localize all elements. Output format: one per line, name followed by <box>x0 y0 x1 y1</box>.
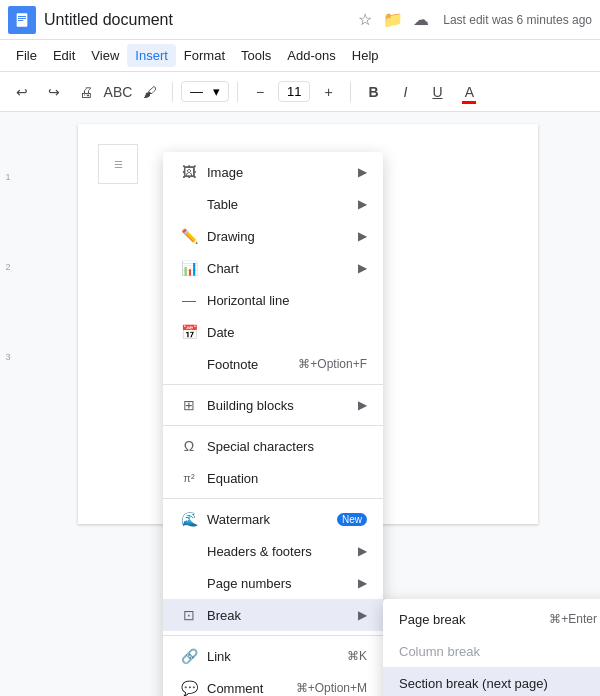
folder-icon[interactable]: 📁 <box>383 10 403 30</box>
undo-button[interactable]: ↩ <box>8 78 36 106</box>
building-blocks-arrow: ▶ <box>358 398 367 412</box>
page-numbers-label: Page numbers <box>207 576 354 591</box>
chart-label: Chart <box>207 261 354 276</box>
menu-help[interactable]: Help <box>344 44 387 67</box>
menu-item-chart[interactable]: 📊 Chart ▶ <box>163 252 383 284</box>
dropdown-overlay: 🖼 Image ▶ Table ▶ ✏️ Drawing ▶ 📊 Chart ▶… <box>0 112 600 696</box>
menu-item-link[interactable]: 🔗 Link ⌘K <box>163 640 383 672</box>
footnote-label: Footnote <box>207 357 290 372</box>
horizontal-line-icon: — <box>179 290 199 310</box>
building-blocks-icon: ⊞ <box>179 395 199 415</box>
submenu-section-break-next[interactable]: Section break (next page) ↖ <box>383 667 600 696</box>
font-size-decrease[interactable]: − <box>246 78 274 106</box>
menu-item-building-blocks[interactable]: ⊞ Building blocks ▶ <box>163 389 383 421</box>
spellcheck-button[interactable]: ABC <box>104 78 132 106</box>
toolbar: ↩ ↪ 🖨 ABC 🖌 — ▾ − 11 + B I U A <box>0 72 600 112</box>
page-numbers-icon <box>179 573 199 593</box>
menu-item-watermark[interactable]: 🌊 Watermark New <box>163 503 383 535</box>
font-selector[interactable]: — ▾ <box>181 81 229 102</box>
paint-format-button[interactable]: 🖌 <box>136 78 164 106</box>
menu-item-horizontal-line[interactable]: — Horizontal line <box>163 284 383 316</box>
svg-rect-1 <box>18 16 26 17</box>
menu-item-page-numbers[interactable]: Page numbers ▶ <box>163 567 383 599</box>
menu-item-headers-footers[interactable]: Headers & footers ▶ <box>163 535 383 567</box>
page-break-label: Page break <box>399 612 541 627</box>
table-arrow: ▶ <box>358 197 367 211</box>
redo-button[interactable]: ↪ <box>40 78 68 106</box>
font-name: — <box>186 84 207 99</box>
menu-item-special-characters[interactable]: Ω Special characters <box>163 430 383 462</box>
comment-label: Comment <box>207 681 288 696</box>
title-icons: ☆ 📁 ☁ <box>355 10 431 30</box>
headers-footers-label: Headers & footers <box>207 544 354 559</box>
break-submenu: Page break ⌘+Enter Column break Section … <box>383 599 600 696</box>
menu-item-footnote[interactable]: Footnote ⌘+Option+F <box>163 348 383 380</box>
menu-format[interactable]: Format <box>176 44 233 67</box>
special-chars-icon: Ω <box>179 436 199 456</box>
font-dropdown-arrow[interactable]: ▾ <box>209 84 224 99</box>
svg-rect-2 <box>18 18 26 19</box>
menu-item-image[interactable]: 🖼 Image ▶ <box>163 156 383 188</box>
chart-icon: 📊 <box>179 258 199 278</box>
divider-4 <box>163 635 383 636</box>
comment-shortcut: ⌘+Option+M <box>296 681 367 695</box>
print-button[interactable]: 🖨 <box>72 78 100 106</box>
break-arrow: ▶ <box>358 608 367 622</box>
equation-label: Equation <box>207 471 367 486</box>
comment-icon: 💬 <box>179 678 199 696</box>
drawing-arrow: ▶ <box>358 229 367 243</box>
menu-item-break[interactable]: ⊡ Break ▶ Page break ⌘+Enter Column brea… <box>163 599 383 631</box>
date-icon: 📅 <box>179 322 199 342</box>
document-title: Untitled document <box>44 11 355 29</box>
special-chars-label: Special characters <box>207 439 367 454</box>
submenu-column-break: Column break <box>383 635 600 667</box>
menu-addons[interactable]: Add-ons <box>279 44 343 67</box>
svg-rect-3 <box>18 20 23 21</box>
headers-footers-icon <box>179 541 199 561</box>
menu-item-comment[interactable]: 💬 Comment ⌘+Option+M <box>163 672 383 696</box>
font-color-button[interactable]: A <box>455 78 483 106</box>
menu-bar: File Edit View Insert Format Tools Add-o… <box>0 40 600 72</box>
link-shortcut: ⌘K <box>347 649 367 663</box>
watermark-icon: 🌊 <box>179 509 199 529</box>
menu-edit[interactable]: Edit <box>45 44 83 67</box>
bold-button[interactable]: B <box>359 78 387 106</box>
equation-icon: π² <box>179 468 199 488</box>
font-size-increase[interactable]: + <box>314 78 342 106</box>
date-label: Date <box>207 325 367 340</box>
star-icon[interactable]: ☆ <box>355 10 375 30</box>
divider-2 <box>163 425 383 426</box>
menu-item-date[interactable]: 📅 Date <box>163 316 383 348</box>
submenu-page-break[interactable]: Page break ⌘+Enter <box>383 603 600 635</box>
link-label: Link <box>207 649 339 664</box>
font-size-display[interactable]: 11 <box>278 81 310 102</box>
headers-footers-arrow: ▶ <box>358 544 367 558</box>
italic-button[interactable]: I <box>391 78 419 106</box>
menu-item-equation[interactable]: π² Equation <box>163 462 383 494</box>
app-icon <box>8 6 36 34</box>
drawing-label: Drawing <box>207 229 354 244</box>
toolbar-separator-3 <box>350 82 351 102</box>
insert-dropdown: 🖼 Image ▶ Table ▶ ✏️ Drawing ▶ 📊 Chart ▶… <box>163 152 383 696</box>
footnote-shortcut: ⌘+Option+F <box>298 357 367 371</box>
page-numbers-arrow: ▶ <box>358 576 367 590</box>
table-label: Table <box>207 197 354 212</box>
menu-insert[interactable]: Insert <box>127 44 176 67</box>
table-icon <box>179 194 199 214</box>
menu-file[interactable]: File <box>8 44 45 67</box>
building-blocks-label: Building blocks <box>207 398 354 413</box>
menu-tools[interactable]: Tools <box>233 44 279 67</box>
menu-item-table[interactable]: Table ▶ <box>163 188 383 220</box>
font-size-value: 11 <box>283 84 305 99</box>
main-area: 1 2 3 ☰ 🖼 Image ▶ Table ▶ ✏️ Drawing ▶ <box>0 112 600 696</box>
column-break-label: Column break <box>399 644 597 659</box>
menu-view[interactable]: View <box>83 44 127 67</box>
horizontal-line-label: Horizontal line <box>207 293 367 308</box>
section-break-next-label: Section break (next page) <box>399 676 597 691</box>
menu-item-drawing[interactable]: ✏️ Drawing ▶ <box>163 220 383 252</box>
cloud-icon[interactable]: ☁ <box>411 10 431 30</box>
watermark-label: Watermark <box>207 512 329 527</box>
underline-button[interactable]: U <box>423 78 451 106</box>
toolbar-separator-1 <box>172 82 173 102</box>
footnote-icon <box>179 354 199 374</box>
